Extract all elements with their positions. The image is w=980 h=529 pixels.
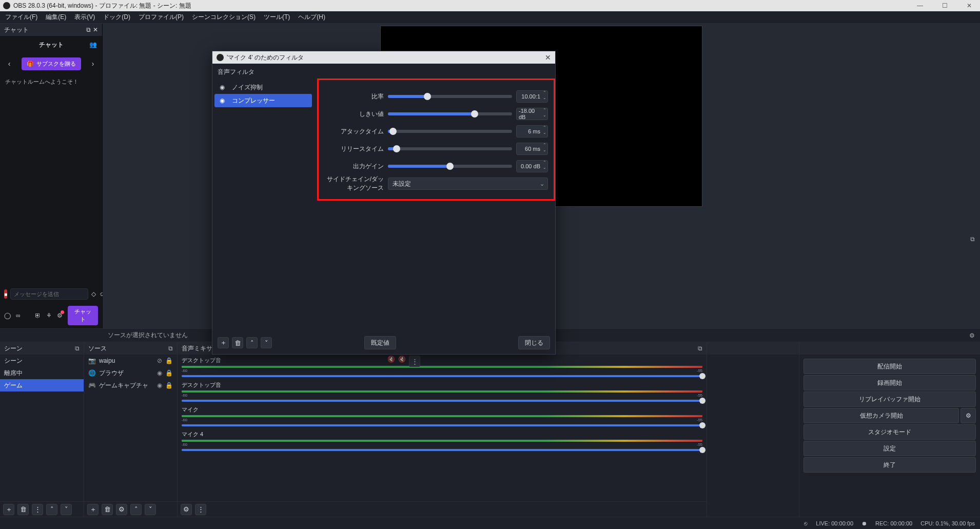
ratio-spinbox[interactable]: 10.00:1 xyxy=(516,90,548,103)
attack-slider[interactable] xyxy=(388,130,512,133)
add-scene-button[interactable]: ＋ xyxy=(3,504,14,515)
chevron-right-icon[interactable]: › xyxy=(89,60,97,68)
ratio-slider[interactable] xyxy=(388,95,512,98)
studio-mode-button[interactable]: スタジオモード xyxy=(803,424,976,440)
remove-scene-button[interactable]: 🗑 xyxy=(17,504,29,515)
menu-edit[interactable]: 編集(E) xyxy=(46,13,66,22)
output-gain-spinbox[interactable]: 0.00 dB xyxy=(516,160,548,172)
chevron-left-icon[interactable]: ‹ xyxy=(5,60,13,68)
scene-item[interactable]: 離席中 xyxy=(0,367,84,379)
exit-button[interactable]: 終了 xyxy=(803,457,976,473)
move-scene-up-button[interactable]: ˄ xyxy=(46,504,57,515)
gift-sub-button[interactable]: 🎁 サブスクを贈る xyxy=(22,57,81,70)
camera-icon: 📷 xyxy=(88,357,96,364)
mixer-channel: マイク -60-55 xyxy=(178,404,707,428)
remove-filter-button[interactable]: 🗑 xyxy=(232,337,243,348)
camera-badge-icon[interactable]: ■ xyxy=(4,289,7,299)
menu-scenecollection[interactable]: シーンコレクション(S) xyxy=(192,13,256,22)
eye-icon[interactable]: ◉ xyxy=(220,84,228,91)
dialog-close-button[interactable]: ✕ xyxy=(545,53,551,62)
source-item[interactable]: 🎮ゲームキャプチャ◉🔒 xyxy=(84,379,177,391)
filter-list-item[interactable]: ◉ノイズ抑制 xyxy=(214,81,312,94)
start-streaming-button[interactable]: 配信開始 xyxy=(803,359,976,374)
lock-icon[interactable]: 🔒 xyxy=(165,382,173,389)
visibility-toggle-icon[interactable]: ⊘ xyxy=(157,357,162,364)
volume-slider[interactable] xyxy=(182,424,702,426)
source-settings-button[interactable]: ⚙ xyxy=(116,504,127,515)
volume-slider[interactable] xyxy=(182,375,702,377)
close-button[interactable]: 閉じる xyxy=(518,336,550,349)
window-titlebar: OBS 28.0.3 (64-bit, windows) - プロファイル: 無… xyxy=(0,0,980,11)
maximize-button[interactable]: ☐ xyxy=(937,2,952,9)
scene-filters-button[interactable]: ⋮ xyxy=(32,504,43,515)
eye-icon[interactable]: ◉ xyxy=(220,97,228,104)
dock-popout-icon[interactable]: ⧉ xyxy=(698,345,702,352)
move-source-up-button[interactable]: ˄ xyxy=(130,504,142,515)
close-window-button[interactable]: ✕ xyxy=(962,2,977,9)
virtual-cam-settings-button[interactable]: ⚙ xyxy=(961,408,976,423)
visibility-toggle-icon[interactable]: ◉ xyxy=(157,382,162,389)
mixer-settings-button[interactable]: ⚙ xyxy=(181,504,192,515)
scene-item[interactable]: シーン xyxy=(0,355,84,367)
move-source-down-button[interactable]: ˅ xyxy=(145,504,156,515)
chat-send-button[interactable]: チャット xyxy=(68,306,98,325)
visibility-toggle-icon[interactable]: ◉ xyxy=(157,369,162,377)
chat-message-input[interactable] xyxy=(10,288,88,300)
activity-icon[interactable]: ⚘ xyxy=(46,312,52,319)
settings-button[interactable]: 設定 xyxy=(803,441,976,456)
infinity-icon[interactable]: ∞ xyxy=(16,312,21,319)
chat-welcome-text: チャットルームへようこそ！ xyxy=(0,74,102,285)
move-filter-up-button[interactable]: ˄ xyxy=(246,337,258,348)
mixer-channel-menu-button[interactable]: ⋮ xyxy=(409,356,420,367)
threshold-slider[interactable] xyxy=(388,112,512,115)
mute-icon[interactable]: 🔇 xyxy=(398,356,406,367)
menu-help[interactable]: ヘルプ(H) xyxy=(298,13,325,22)
source-item[interactable]: 📷waipu⊘🔒 xyxy=(84,355,177,367)
threshold-spinbox[interactable]: -18.00 dB xyxy=(516,108,548,120)
start-recording-button[interactable]: 録画開始 xyxy=(803,375,976,390)
filter-name: ノイズ抑制 xyxy=(232,83,263,92)
release-slider[interactable] xyxy=(388,147,512,150)
start-virtual-cam-button[interactable]: 仮想カメラ開始 xyxy=(803,408,959,423)
mixer-channel: デスクトップ音 -60-55 xyxy=(178,355,707,379)
scene-item[interactable]: ゲーム xyxy=(0,379,84,391)
dock-popout-icon[interactable]: ⧉ xyxy=(168,345,173,352)
attack-spinbox[interactable]: 6 ms xyxy=(516,125,548,138)
lock-icon[interactable]: 🔒 xyxy=(165,357,173,364)
chat-settings-icon[interactable]: ⚙ xyxy=(57,312,63,319)
add-source-button[interactable]: ＋ xyxy=(87,504,99,515)
mixer-menu-button[interactable]: ⋮ xyxy=(195,504,206,515)
dock-popout-icon[interactable]: ⧉ xyxy=(75,345,80,352)
points-icon[interactable]: ◇ xyxy=(91,290,96,298)
lock-icon[interactable]: 🔒 xyxy=(165,369,173,377)
move-scene-down-button[interactable]: ˅ xyxy=(61,504,72,515)
output-gain-slider[interactable] xyxy=(388,165,512,168)
sidechain-combo[interactable]: 未設定 xyxy=(388,178,548,190)
menu-tools[interactable]: ツール(T) xyxy=(264,13,290,22)
add-filter-button[interactable]: ＋ xyxy=(218,337,229,348)
volume-slider[interactable] xyxy=(182,449,702,451)
source-properties-icon[interactable]: ⚙ xyxy=(969,332,975,339)
release-spinbox[interactable]: 60 ms xyxy=(516,143,548,155)
menu-profile[interactable]: プロファイル(P) xyxy=(139,13,184,22)
defaults-button[interactable]: 既定値 xyxy=(364,336,396,349)
dock-popout-icon[interactable]: ⧉ xyxy=(967,233,978,245)
remove-source-button[interactable]: 🗑 xyxy=(102,504,113,515)
menu-view[interactable]: 表示(V) xyxy=(74,13,95,22)
source-item[interactable]: 🌐ブラウザ◉🔒 xyxy=(84,367,177,379)
mute-icon[interactable]: 🔇 xyxy=(387,356,395,367)
volume-slider[interactable] xyxy=(182,400,702,402)
minimize-button[interactable]: — xyxy=(912,2,928,9)
move-filter-down-button[interactable]: ˅ xyxy=(261,337,272,348)
bits-icon[interactable]: ◯ xyxy=(4,312,11,319)
shield-icon[interactable]: ⛨ xyxy=(35,312,41,319)
dock-popout-icon[interactable]: ⧉ xyxy=(86,26,91,33)
start-replay-buffer-button[interactable]: リプレイバッファ開始 xyxy=(803,391,976,407)
chat-dock: チャット ⧉ ✕ チャット 👥 ‹ 🎁 サブスクを贈る › チャットルームへよう… xyxy=(0,24,103,328)
menu-file[interactable]: ファイル(F) xyxy=(5,13,37,22)
dock-close-icon[interactable]: ✕ xyxy=(93,26,98,33)
filter-list-item[interactable]: ◉コンプレッサー xyxy=(214,94,312,107)
menu-dock[interactable]: ドック(D) xyxy=(103,13,130,22)
status-cpu: CPU: 0.1%, 30.00 fps xyxy=(920,520,975,526)
community-icon[interactable]: 👥 xyxy=(89,41,97,48)
